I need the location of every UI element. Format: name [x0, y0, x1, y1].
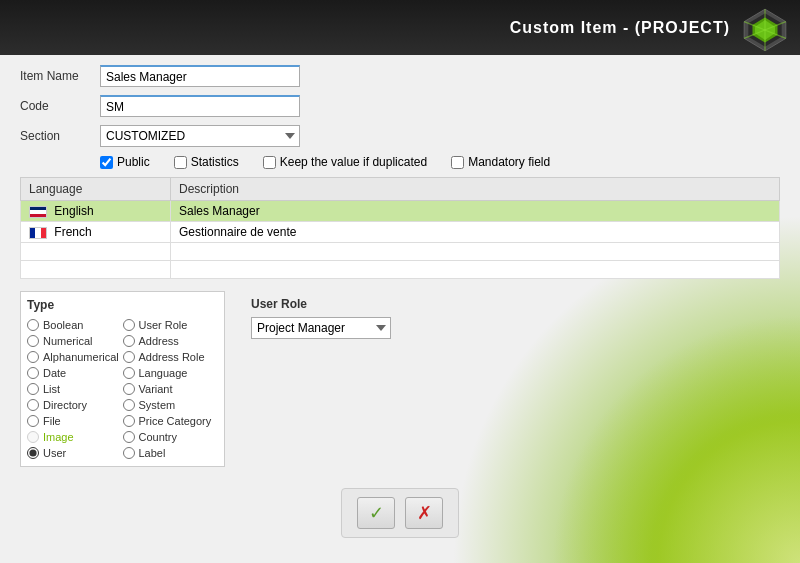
item-name-row: Item Name [20, 65, 780, 87]
type-variant[interactable]: Variant [123, 382, 219, 396]
desc-cell: Sales Manager [171, 201, 780, 222]
type-address-role-radio[interactable] [123, 351, 135, 363]
flag-en-icon [29, 206, 47, 218]
type-box: Type Boolean User Role Numerical Address… [20, 291, 225, 467]
type-numerical-label: Numerical [43, 335, 93, 347]
table-row [21, 243, 780, 261]
user-role-box: User Role Project Manager Administrator … [245, 291, 397, 467]
type-variant-label: Variant [139, 383, 173, 395]
header-title: Custom Item - (PROJECT) [510, 19, 730, 37]
section-row: Section CUSTOMIZED [20, 125, 780, 147]
flag-fr-icon [29, 227, 47, 239]
main-content: Item Name Code Section CUSTOMIZED Public… [0, 55, 800, 477]
type-country-label: Country [139, 431, 178, 443]
type-file[interactable]: File [27, 414, 123, 428]
lang-cell: French [21, 222, 171, 243]
type-numerical-radio[interactable] [27, 335, 39, 347]
type-user-role-radio[interactable] [123, 319, 135, 331]
type-label[interactable]: Label [123, 446, 219, 460]
code-label: Code [20, 99, 100, 113]
lang-col-header: Language [21, 178, 171, 201]
type-user-label: User [43, 447, 66, 459]
type-title: Type [27, 298, 218, 312]
type-directory-label: Directory [43, 399, 87, 411]
type-variant-radio[interactable] [123, 383, 135, 395]
type-system[interactable]: System [123, 398, 219, 412]
public-label: Public [117, 155, 150, 169]
type-language-radio[interactable] [123, 367, 135, 379]
type-price-category[interactable]: Price Category [123, 414, 219, 428]
type-grid: Boolean User Role Numerical Address Alph… [27, 318, 218, 460]
type-user[interactable]: User [27, 446, 123, 460]
type-image: Image [27, 430, 123, 444]
type-boolean[interactable]: Boolean [27, 318, 123, 332]
type-boolean-label: Boolean [43, 319, 83, 331]
lang-cell: English [21, 201, 171, 222]
type-directory-radio[interactable] [27, 399, 39, 411]
type-alphanumerical[interactable]: Alphanumerical [27, 350, 123, 364]
mandatory-checkbox[interactable] [451, 156, 464, 169]
code-row: Code [20, 95, 780, 117]
type-user-role-label: User Role [139, 319, 188, 331]
user-role-select[interactable]: Project Manager Administrator Standard U… [251, 317, 391, 339]
statistics-checkbox[interactable] [174, 156, 187, 169]
table-row [21, 261, 780, 279]
type-system-radio[interactable] [123, 399, 135, 411]
ok-button[interactable]: ✓ [357, 497, 395, 529]
type-image-radio [27, 431, 39, 443]
section-select-wrapper: CUSTOMIZED [100, 125, 300, 147]
desc-cell: Gestionnaire de vente [171, 222, 780, 243]
type-country-radio[interactable] [123, 431, 135, 443]
type-file-radio[interactable] [27, 415, 39, 427]
type-user-role[interactable]: User Role [123, 318, 219, 332]
table-row[interactable]: French Gestionnaire de vente [21, 222, 780, 243]
type-address-role-label: Address Role [139, 351, 205, 363]
public-checkbox[interactable] [100, 156, 113, 169]
mandatory-label: Mandatory field [468, 155, 550, 169]
bottom-section: Type Boolean User Role Numerical Address… [20, 291, 780, 467]
type-user-radio[interactable] [27, 447, 39, 459]
type-address[interactable]: Address [123, 334, 219, 348]
button-row: ✓ ✗ [341, 488, 459, 538]
cancel-button[interactable]: ✗ [405, 497, 443, 529]
keep-value-checkbox[interactable] [263, 156, 276, 169]
type-label-label: Label [139, 447, 166, 459]
item-name-label: Item Name [20, 69, 100, 83]
type-price-category-radio[interactable] [123, 415, 135, 427]
table-row[interactable]: English Sales Manager [21, 201, 780, 222]
type-language-label: Language [139, 367, 188, 379]
type-date-radio[interactable] [27, 367, 39, 379]
type-list-radio[interactable] [27, 383, 39, 395]
language-table: Language Description English Sales Manag… [20, 177, 780, 279]
desc-col-header: Description [171, 178, 780, 201]
lang-name: French [54, 225, 91, 239]
type-date[interactable]: Date [27, 366, 123, 380]
type-boolean-radio[interactable] [27, 319, 39, 331]
type-image-label: Image [43, 431, 74, 443]
item-name-input[interactable] [100, 65, 300, 87]
header-logo [740, 5, 790, 55]
keep-value-label: Keep the value if duplicated [280, 155, 427, 169]
type-price-category-label: Price Category [139, 415, 212, 427]
header: Custom Item - (PROJECT) [0, 0, 800, 55]
type-list[interactable]: List [27, 382, 123, 396]
lang-name: English [54, 204, 93, 218]
type-country[interactable]: Country [123, 430, 219, 444]
type-alphanumerical-label: Alphanumerical [43, 351, 119, 363]
type-list-label: List [43, 383, 60, 395]
user-role-title: User Role [251, 297, 391, 311]
type-numerical[interactable]: Numerical [27, 334, 123, 348]
type-alphanumerical-radio[interactable] [27, 351, 39, 363]
user-role-select-wrapper: Project Manager Administrator Standard U… [251, 317, 391, 339]
type-address-radio[interactable] [123, 335, 135, 347]
section-label: Section [20, 129, 100, 143]
type-date-label: Date [43, 367, 66, 379]
type-label-radio[interactable] [123, 447, 135, 459]
type-address-role[interactable]: Address Role [123, 350, 219, 364]
type-address-label: Address [139, 335, 179, 347]
code-input[interactable] [100, 95, 300, 117]
type-language[interactable]: Language [123, 366, 219, 380]
type-system-label: System [139, 399, 176, 411]
section-select[interactable]: CUSTOMIZED [100, 125, 300, 147]
type-directory[interactable]: Directory [27, 398, 123, 412]
